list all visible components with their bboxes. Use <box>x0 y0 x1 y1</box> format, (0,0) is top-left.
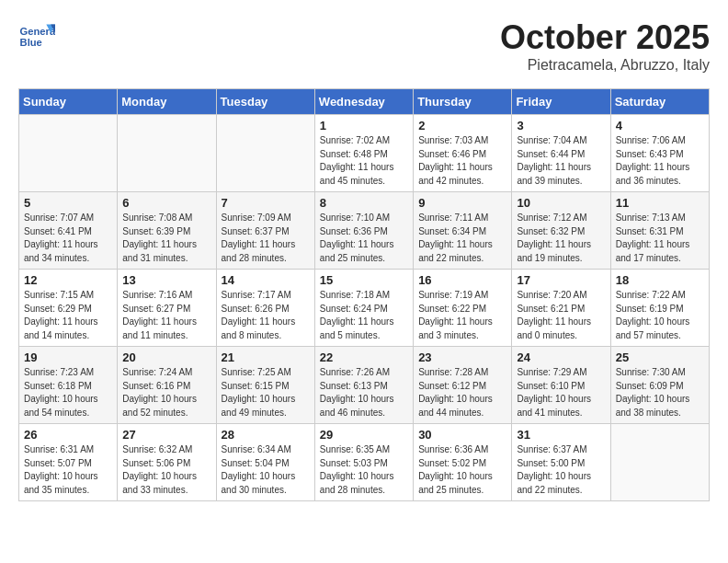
calendar-cell: 19Sunrise: 7:23 AM Sunset: 6:18 PM Dayli… <box>19 347 118 424</box>
day-number: 3 <box>517 119 605 132</box>
day-info: Sunrise: 7:03 AM Sunset: 6:46 PM Dayligh… <box>418 134 506 188</box>
day-number: 8 <box>320 196 408 210</box>
day-number: 4 <box>616 119 704 132</box>
weekday-tuesday: Tuesday <box>216 89 314 115</box>
calendar-cell: 23Sunrise: 7:28 AM Sunset: 6:12 PM Dayli… <box>414 347 512 424</box>
calendar-cell <box>118 115 216 192</box>
calendar-table: SundayMondayTuesdayWednesdayThursdayFrid… <box>18 88 710 501</box>
day-info: Sunrise: 7:25 AM Sunset: 6:15 PM Dayligh… <box>222 366 310 419</box>
day-number: 22 <box>320 350 408 364</box>
day-number: 17 <box>517 273 605 287</box>
day-info: Sunrise: 6:34 AM Sunset: 5:04 PM Dayligh… <box>222 443 310 497</box>
day-number: 24 <box>517 350 605 364</box>
day-info: Sunrise: 7:04 AM Sunset: 6:44 PM Dayligh… <box>517 134 605 188</box>
day-number: 20 <box>122 350 210 364</box>
day-number: 28 <box>222 428 310 442</box>
day-info: Sunrise: 6:37 AM Sunset: 5:00 PM Dayligh… <box>517 443 605 497</box>
day-number: 2 <box>418 119 506 132</box>
calendar-cell: 21Sunrise: 7:25 AM Sunset: 6:15 PM Dayli… <box>216 347 314 424</box>
day-info: Sunrise: 7:29 AM Sunset: 6:10 PM Dayligh… <box>517 366 605 419</box>
day-info: Sunrise: 7:11 AM Sunset: 6:34 PM Dayligh… <box>418 212 506 265</box>
month-title: October 2025 <box>500 18 710 57</box>
day-info: Sunrise: 7:10 AM Sunset: 6:36 PM Dayligh… <box>320 212 408 265</box>
day-number: 16 <box>418 273 506 287</box>
day-info: Sunrise: 7:30 AM Sunset: 6:09 PM Dayligh… <box>616 366 704 419</box>
calendar-cell: 3Sunrise: 7:04 AM Sunset: 6:44 PM Daylig… <box>512 115 610 192</box>
calendar-cell: 10Sunrise: 7:12 AM Sunset: 6:32 PM Dayli… <box>512 192 610 270</box>
calendar-cell: 9Sunrise: 7:11 AM Sunset: 6:34 PM Daylig… <box>414 192 512 270</box>
day-info: Sunrise: 7:28 AM Sunset: 6:12 PM Dayligh… <box>418 366 506 419</box>
calendar-week-row: 19Sunrise: 7:23 AM Sunset: 6:18 PM Dayli… <box>19 347 710 424</box>
calendar-cell: 30Sunrise: 6:36 AM Sunset: 5:02 PM Dayli… <box>414 424 512 501</box>
calendar-week-row: 26Sunrise: 6:31 AM Sunset: 5:07 PM Dayli… <box>19 424 710 501</box>
calendar-week-row: 12Sunrise: 7:15 AM Sunset: 6:29 PM Dayli… <box>19 270 710 347</box>
calendar-cell: 11Sunrise: 7:13 AM Sunset: 6:31 PM Dayli… <box>610 192 709 270</box>
day-info: Sunrise: 7:13 AM Sunset: 6:31 PM Dayligh… <box>616 212 704 265</box>
calendar-cell: 13Sunrise: 7:16 AM Sunset: 6:27 PM Dayli… <box>118 270 216 347</box>
day-info: Sunrise: 7:22 AM Sunset: 6:19 PM Dayligh… <box>616 289 704 342</box>
weekday-header-row: SundayMondayTuesdayWednesdayThursdayFrid… <box>19 89 710 115</box>
day-number: 12 <box>24 273 112 287</box>
calendar-cell: 14Sunrise: 7:17 AM Sunset: 6:26 PM Dayli… <box>216 270 314 347</box>
day-info: Sunrise: 7:02 AM Sunset: 6:48 PM Dayligh… <box>320 134 408 188</box>
weekday-wednesday: Wednesday <box>314 89 413 115</box>
calendar-cell: 6Sunrise: 7:08 AM Sunset: 6:39 PM Daylig… <box>118 192 216 270</box>
weekday-thursday: Thursday <box>414 89 512 115</box>
day-info: Sunrise: 6:36 AM Sunset: 5:02 PM Dayligh… <box>418 443 506 497</box>
page-header: General Blue October 2025 Pietracamela, … <box>18 18 710 74</box>
calendar-cell <box>19 115 118 192</box>
day-number: 10 <box>517 196 605 210</box>
day-info: Sunrise: 7:24 AM Sunset: 6:16 PM Dayligh… <box>122 366 210 419</box>
calendar-cell: 28Sunrise: 6:34 AM Sunset: 5:04 PM Dayli… <box>216 424 314 501</box>
day-info: Sunrise: 7:06 AM Sunset: 6:43 PM Dayligh… <box>616 134 704 188</box>
day-number: 21 <box>222 350 310 364</box>
day-info: Sunrise: 6:31 AM Sunset: 5:07 PM Dayligh… <box>24 443 112 497</box>
weekday-sunday: Sunday <box>19 89 118 115</box>
day-info: Sunrise: 6:35 AM Sunset: 5:03 PM Dayligh… <box>320 443 408 497</box>
day-info: Sunrise: 7:19 AM Sunset: 6:22 PM Dayligh… <box>418 289 506 342</box>
day-number: 13 <box>122 273 210 287</box>
day-number: 18 <box>616 273 704 287</box>
calendar-cell: 8Sunrise: 7:10 AM Sunset: 6:36 PM Daylig… <box>314 192 413 270</box>
calendar-cell: 7Sunrise: 7:09 AM Sunset: 6:37 PM Daylig… <box>216 192 314 270</box>
day-number: 11 <box>616 196 704 210</box>
day-info: Sunrise: 7:08 AM Sunset: 6:39 PM Dayligh… <box>122 212 210 265</box>
day-number: 7 <box>222 196 310 210</box>
calendar-cell: 22Sunrise: 7:26 AM Sunset: 6:13 PM Dayli… <box>314 347 413 424</box>
calendar-cell: 24Sunrise: 7:29 AM Sunset: 6:10 PM Dayli… <box>512 347 610 424</box>
weekday-saturday: Saturday <box>610 89 709 115</box>
calendar-cell <box>610 424 709 501</box>
day-info: Sunrise: 7:20 AM Sunset: 6:21 PM Dayligh… <box>517 289 605 342</box>
svg-text:Blue: Blue <box>20 37 42 48</box>
day-info: Sunrise: 7:16 AM Sunset: 6:27 PM Dayligh… <box>122 289 210 342</box>
calendar-week-row: 1Sunrise: 7:02 AM Sunset: 6:48 PM Daylig… <box>19 115 710 192</box>
calendar-cell: 1Sunrise: 7:02 AM Sunset: 6:48 PM Daylig… <box>314 115 413 192</box>
calendar-cell: 25Sunrise: 7:30 AM Sunset: 6:09 PM Dayli… <box>610 347 709 424</box>
logo: General Blue <box>18 18 59 55</box>
day-number: 5 <box>24 196 112 210</box>
day-info: Sunrise: 7:17 AM Sunset: 6:26 PM Dayligh… <box>222 289 310 342</box>
calendar-cell: 18Sunrise: 7:22 AM Sunset: 6:19 PM Dayli… <box>610 270 709 347</box>
calendar-body: 1Sunrise: 7:02 AM Sunset: 6:48 PM Daylig… <box>19 115 710 501</box>
weekday-friday: Friday <box>512 89 610 115</box>
location-title: Pietracamela, Abruzzo, Italy <box>500 57 710 74</box>
calendar-week-row: 5Sunrise: 7:07 AM Sunset: 6:41 PM Daylig… <box>19 192 710 270</box>
calendar-cell: 20Sunrise: 7:24 AM Sunset: 6:16 PM Dayli… <box>118 347 216 424</box>
day-number: 30 <box>418 428 506 442</box>
calendar-cell: 5Sunrise: 7:07 AM Sunset: 6:41 PM Daylig… <box>19 192 118 270</box>
day-number: 26 <box>24 428 112 442</box>
day-number: 9 <box>418 196 506 210</box>
calendar-cell <box>216 115 314 192</box>
day-number: 6 <box>122 196 210 210</box>
logo-icon: General Blue <box>18 18 55 55</box>
day-number: 31 <box>517 428 605 442</box>
calendar-cell: 26Sunrise: 6:31 AM Sunset: 5:07 PM Dayli… <box>19 424 118 501</box>
calendar-cell: 27Sunrise: 6:32 AM Sunset: 5:06 PM Dayli… <box>118 424 216 501</box>
calendar-cell: 2Sunrise: 7:03 AM Sunset: 6:46 PM Daylig… <box>414 115 512 192</box>
calendar-cell: 12Sunrise: 7:15 AM Sunset: 6:29 PM Dayli… <box>19 270 118 347</box>
day-info: Sunrise: 6:32 AM Sunset: 5:06 PM Dayligh… <box>122 443 210 497</box>
calendar-cell: 17Sunrise: 7:20 AM Sunset: 6:21 PM Dayli… <box>512 270 610 347</box>
day-info: Sunrise: 7:26 AM Sunset: 6:13 PM Dayligh… <box>320 366 408 419</box>
day-info: Sunrise: 7:12 AM Sunset: 6:32 PM Dayligh… <box>517 212 605 265</box>
day-info: Sunrise: 7:09 AM Sunset: 6:37 PM Dayligh… <box>222 212 310 265</box>
